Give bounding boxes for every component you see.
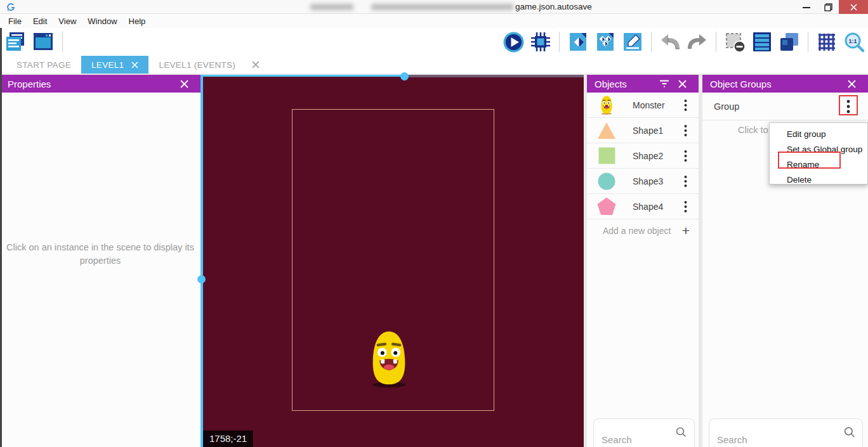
kebab-menu-icon <box>684 150 687 162</box>
panel-title: Object Groups <box>710 79 772 89</box>
tab-level1[interactable]: LEVEL1 <box>81 56 148 74</box>
toggle-grid-button[interactable] <box>815 30 838 53</box>
delete-selection-button[interactable] <box>723 30 746 53</box>
objects-search-input[interactable] <box>602 426 676 447</box>
close-button[interactable] <box>839 0 868 14</box>
groups-search-input[interactable] <box>717 426 844 447</box>
filter-icon <box>659 79 670 88</box>
toolbar-divider <box>559 32 560 52</box>
undo-button[interactable] <box>659 30 681 53</box>
tab-start-page[interactable]: START PAGE <box>6 56 81 74</box>
monster-instance[interactable] <box>367 328 411 389</box>
toolbar-divider <box>716 32 716 52</box>
gdevelop-logo <box>6 3 15 11</box>
objects-close-button[interactable] <box>674 79 691 89</box>
zoom-reset-button[interactable]: 1:1 <box>843 30 865 53</box>
project-manager-button[interactable] <box>4 30 27 53</box>
redo-button[interactable] <box>686 30 709 53</box>
add-object-button[interactable]: Add a new object + <box>587 219 699 242</box>
resize-grip-left[interactable] <box>197 275 206 283</box>
object-row-shape1[interactable]: Shape1 <box>587 118 699 143</box>
object-row-monster[interactable]: Monster <box>587 93 699 118</box>
start-page-button[interactable] <box>32 30 55 53</box>
menu-edit[interactable]: Edit <box>27 16 53 26</box>
object-menu-button[interactable] <box>680 200 691 213</box>
minimize-button[interactable] <box>796 0 817 14</box>
objects-panel: Objects Monster <box>587 75 699 447</box>
tab-label: LEVEL1 (EVENTS) <box>159 60 235 70</box>
toolbar-divider <box>62 32 63 52</box>
menu-view[interactable]: View <box>53 16 82 26</box>
redacted-title-segment <box>310 4 353 10</box>
tab-label: START PAGE <box>16 60 71 70</box>
menu-item-set-global-group[interactable]: Set as Global group <box>770 141 867 157</box>
resize-grip-top[interactable] <box>400 72 409 81</box>
search-icon <box>844 426 855 438</box>
object-name: Shape1 <box>633 126 680 136</box>
debugger-button[interactable] <box>529 30 552 53</box>
object-menu-button[interactable] <box>680 175 691 188</box>
play-preview-icon <box>503 31 525 53</box>
layers-stack-button[interactable] <box>778 30 801 53</box>
groups-search-box <box>709 418 863 447</box>
delete-selection-icon <box>725 32 746 53</box>
object-row-shape3[interactable]: Shape3 <box>587 169 699 194</box>
grid-icon <box>817 32 838 53</box>
toolbar-divider <box>651 32 652 52</box>
window-controls <box>796 0 868 14</box>
project-manager-icon <box>4 31 26 53</box>
layers-list-button[interactable] <box>751 30 773 53</box>
properties-close-button[interactable] <box>176 79 193 89</box>
editor-tab-bar: START PAGE LEVEL1 LEVEL1 (EVENTS) <box>0 56 868 74</box>
panel-resize-handle-top[interactable] <box>203 75 405 77</box>
scene-canvas[interactable]: 1758;-21 <box>203 75 584 447</box>
restore-button[interactable] <box>817 0 839 14</box>
redacted-path-segment <box>371 4 513 10</box>
toolbar: 1:1 <box>0 28 868 56</box>
group-menu-button[interactable] <box>843 99 854 114</box>
tab-label: LEVEL1 <box>91 60 124 70</box>
objects-header: Objects <box>587 75 699 93</box>
group-row[interactable]: Group <box>702 93 868 120</box>
panel-title: Objects <box>595 79 627 89</box>
title-bar: game.json.autosave <box>0 0 868 14</box>
object-name: Shape3 <box>633 176 680 186</box>
panel-title: Properties <box>8 79 51 89</box>
objects-filter-button[interactable] <box>655 79 674 88</box>
tab-level1-events-close[interactable] <box>246 56 266 74</box>
menu-window[interactable]: Window <box>82 16 122 26</box>
tab-close-icon[interactable] <box>131 62 138 68</box>
close-icon <box>847 79 857 89</box>
object-menu-button[interactable] <box>680 150 691 162</box>
menu-file[interactable]: File <box>3 16 27 26</box>
tab-level1-events[interactable]: LEVEL1 (EVENTS) <box>148 56 246 74</box>
scene-properties-button[interactable] <box>621 30 644 53</box>
window-left-edge <box>0 28 2 447</box>
redo-icon <box>687 32 708 52</box>
properties-panel: Properties Click on an instance in the s… <box>0 75 201 447</box>
monster-thumbnail <box>597 95 616 115</box>
close-icon <box>180 79 189 89</box>
menu-item-rename[interactable]: Rename <box>770 157 867 172</box>
object-row-shape2[interactable]: Shape2 <box>587 143 699 169</box>
objects-editor-button[interactable] <box>567 30 589 53</box>
kebab-menu-icon <box>684 124 687 137</box>
scene-edit-icon <box>622 31 643 53</box>
properties-empty-message: Click on an instance in the scene to dis… <box>5 241 195 268</box>
menu-item-edit-group[interactable]: Edit group <box>770 126 867 141</box>
object-menu-button[interactable] <box>680 124 691 137</box>
objects-search-box <box>593 418 695 447</box>
instances-editor-button[interactable] <box>594 30 617 53</box>
play-preview-button[interactable] <box>502 30 525 53</box>
groups-hint-text: Click to <box>738 125 768 135</box>
object-name: Shape2 <box>633 151 680 161</box>
object-groups-close-button[interactable] <box>843 79 860 89</box>
panel-resize-handle-left[interactable] <box>201 75 203 447</box>
instances-cubes-icon <box>595 31 616 53</box>
object-row-shape4[interactable]: Shape4 <box>587 194 699 219</box>
tab-close-icon <box>252 61 260 68</box>
object-menu-button[interactable] <box>680 99 691 112</box>
menu-item-delete[interactable]: Delete <box>770 172 867 187</box>
menu-help[interactable]: Help <box>123 16 152 26</box>
layers-stack-icon <box>779 31 800 53</box>
